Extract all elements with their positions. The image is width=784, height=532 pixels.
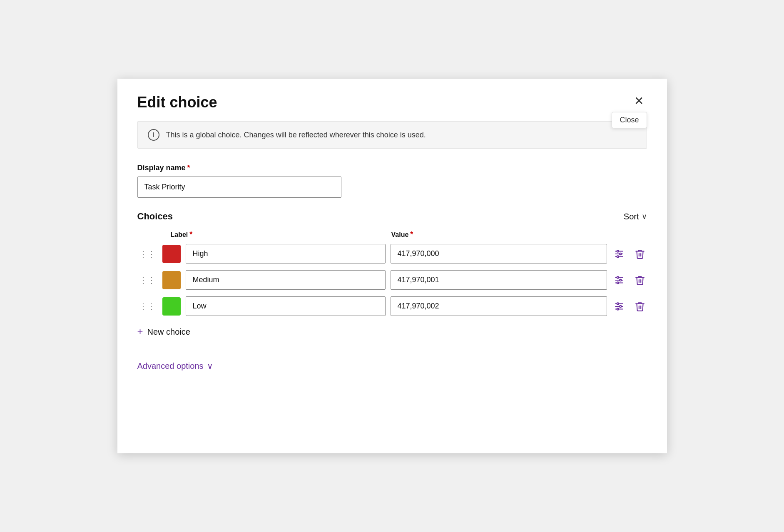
close-tooltip[interactable]: Close bbox=[612, 112, 647, 128]
close-x-button[interactable]: ✕ bbox=[631, 94, 647, 109]
info-icon: i bbox=[148, 129, 159, 141]
choices-columns: Label * Value * bbox=[137, 230, 647, 239]
choice-rows-container: ⋮⋮ bbox=[137, 244, 647, 316]
drag-handle-icon[interactable]: ⋮⋮ bbox=[137, 275, 157, 285]
dialog-header: Edit choice ✕ Close bbox=[137, 94, 647, 111]
svg-point-3 bbox=[617, 250, 618, 252]
svg-point-5 bbox=[617, 256, 618, 257]
info-banner-text: This is a global choice. Changes will be… bbox=[166, 131, 426, 139]
table-row: ⋮⋮ bbox=[137, 270, 647, 290]
svg-point-4 bbox=[620, 253, 621, 254]
drag-handle-icon[interactable]: ⋮⋮ bbox=[137, 301, 157, 311]
color-swatch[interactable] bbox=[162, 271, 181, 289]
display-name-label: Display name * bbox=[137, 164, 647, 172]
choice-delete-button[interactable] bbox=[633, 299, 647, 313]
trash-icon bbox=[635, 275, 645, 286]
new-choice-button[interactable]: + New choice bbox=[137, 323, 190, 341]
choice-label-input[interactable] bbox=[186, 270, 386, 290]
svg-point-16 bbox=[620, 305, 621, 307]
choice-delete-button[interactable] bbox=[633, 273, 647, 287]
dialog-title: Edit choice bbox=[137, 94, 217, 111]
col-label-header: Label * bbox=[171, 230, 391, 239]
color-swatch[interactable] bbox=[162, 297, 181, 316]
drag-handle-icon[interactable]: ⋮⋮ bbox=[137, 249, 157, 259]
info-banner: i This is a global choice. Changes will … bbox=[137, 121, 647, 149]
new-choice-plus-icon: + bbox=[137, 326, 143, 338]
sliders-icon bbox=[614, 249, 625, 259]
close-button-area: ✕ Close bbox=[631, 94, 647, 109]
choice-settings-button[interactable] bbox=[612, 273, 626, 287]
choices-section: Choices Sort ∨ Label * Value * bbox=[137, 211, 647, 341]
sliders-icon bbox=[614, 275, 625, 286]
choice-value-input[interactable] bbox=[391, 270, 607, 290]
display-name-input[interactable] bbox=[137, 177, 341, 198]
color-swatch[interactable] bbox=[162, 245, 181, 263]
svg-point-11 bbox=[617, 282, 618, 283]
choice-label-input[interactable] bbox=[186, 296, 386, 316]
svg-point-17 bbox=[617, 308, 618, 310]
advanced-options-chevron-icon: ∨ bbox=[207, 361, 213, 371]
trash-icon bbox=[635, 249, 645, 259]
sliders-icon bbox=[614, 301, 625, 312]
choice-settings-button[interactable] bbox=[612, 247, 626, 261]
display-name-required: * bbox=[187, 164, 190, 172]
choices-header: Choices Sort ∨ bbox=[137, 211, 647, 222]
choice-label-input[interactable] bbox=[186, 244, 386, 264]
choice-value-input[interactable] bbox=[391, 296, 607, 316]
col-value-header: Value * bbox=[391, 230, 647, 239]
choice-value-input[interactable] bbox=[391, 244, 607, 264]
trash-icon bbox=[635, 301, 645, 312]
choices-title: Choices bbox=[137, 211, 173, 222]
svg-point-9 bbox=[617, 276, 618, 278]
choice-settings-button[interactable] bbox=[612, 299, 626, 313]
display-name-section: Display name * bbox=[137, 164, 647, 198]
choice-actions bbox=[612, 273, 647, 287]
choice-actions bbox=[612, 299, 647, 313]
advanced-options-button[interactable]: Advanced options ∨ bbox=[137, 361, 213, 371]
edit-choice-dialog: Edit choice ✕ Close i This is a global c… bbox=[117, 79, 667, 453]
svg-point-10 bbox=[620, 279, 621, 281]
choice-delete-button[interactable] bbox=[633, 247, 647, 261]
sort-chevron-icon: ∨ bbox=[642, 212, 647, 221]
table-row: ⋮⋮ bbox=[137, 296, 647, 316]
sort-button[interactable]: Sort ∨ bbox=[624, 212, 647, 221]
table-row: ⋮⋮ bbox=[137, 244, 647, 264]
choice-actions bbox=[612, 247, 647, 261]
svg-point-15 bbox=[617, 303, 618, 304]
